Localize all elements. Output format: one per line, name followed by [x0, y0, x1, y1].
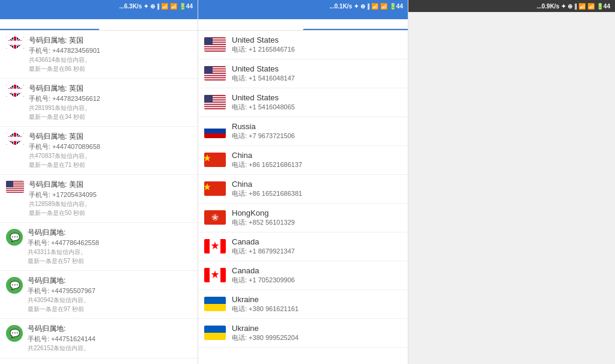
- phone-number: 电话: +1 5416048147: [232, 74, 402, 83]
- middle-phone-list: United States 电话: +1 2165846716 United S…: [198, 31, 408, 364]
- left-tabs: [0, 19, 198, 31]
- middle-list-item[interactable]: United States 电话: +1 5416048065: [198, 88, 408, 117]
- left-tab-1[interactable]: [0, 19, 99, 30]
- us-flag-icon: [204, 37, 226, 52]
- phone-country: United States: [232, 64, 402, 73]
- left-list-item[interactable]: 💬 号码归属地: 手机号: +44795507967 共430942条短信内容。…: [0, 271, 198, 319]
- phone-info: China 电话: +86 16521686137: [232, 151, 402, 169]
- svg-rect-18: [204, 37, 213, 45]
- hk-flag-icon: [204, 210, 226, 225]
- svg-rect-0: [6, 37, 24, 49]
- phone-number: 电话: +86 16521686137: [232, 160, 402, 169]
- left-item-phone: 手机号: +44751624144: [28, 335, 192, 344]
- left-item-info: 号码归属地: 手机号: +44795507967 共430942条短信内容。 最…: [28, 276, 192, 314]
- middle-tab-1[interactable]: [198, 19, 303, 30]
- middle-list-item[interactable]: China 电话: +86 16521686137: [198, 146, 408, 175]
- ca-flag-icon: [204, 239, 226, 253]
- uk-flag-icon: [6, 85, 24, 97]
- left-item-count: 共281991条短信内容。: [29, 104, 192, 112]
- left-list-item[interactable]: 号码归属地: 美国 手机号: +17205434095 共128589条短信内容…: [0, 175, 198, 223]
- middle-list-item[interactable]: HongKong 电话: +852 56101329: [198, 204, 408, 232]
- left-item-time: 最新一条是在57 秒前: [28, 257, 192, 265]
- left-item-count: 共430942条短信内容。: [28, 296, 192, 305]
- svg-rect-32: [204, 105, 226, 106]
- middle-list-item[interactable]: Canada 电话: +1 8679921347: [198, 232, 408, 261]
- left-item-phone: 手机号: +44795507967: [28, 287, 192, 296]
- us-flag-icon: [204, 66, 226, 80]
- phone-info: Canada 电话: +1 8679921347: [232, 237, 402, 256]
- left-item-info: 号码归属地: 手机号: +44751624144 共226152条短信内容。: [28, 324, 192, 353]
- left-item-title: 号码归属地:: [28, 324, 192, 334]
- left-tab-2[interactable]: [99, 19, 198, 30]
- middle-list-item[interactable]: Canada 电话: +1 7052309906: [198, 261, 408, 290]
- phone-number: 电话: +1 8679921347: [232, 247, 402, 256]
- us-flag-icon: [204, 95, 226, 109]
- right-panel: ...0.9K/s ✦ ⊕ ∥ 📶 📶 🔋44: [408, 0, 615, 364]
- phone-country: Ukraine: [232, 295, 402, 304]
- middle-panel: ...0.1K/s ✦ ⊕ ∥ 📶 📶 🔋44 United States 电话…: [198, 0, 408, 364]
- svg-rect-17: [204, 49, 226, 50]
- phone-info: United States 电话: +1 5416048065: [232, 93, 402, 112]
- left-status-info: ...6.3K/s ✦ ⊕ ∥ 📶 📶 🔋44: [119, 3, 193, 10]
- right-status-bar: ...0.9K/s ✦ ⊕ ∥ 📶 📶 🔋44: [408, 0, 615, 12]
- left-item-info: 号码归属地: 美国 手机号: +17205434095 共128589条短信内容…: [29, 180, 192, 217]
- svg-rect-23: [204, 74, 226, 75]
- phone-info: Ukraine 电话: +380 999525204: [232, 324, 402, 342]
- svg-rect-36: [204, 129, 226, 133]
- left-item-title: 号码归属地: 英国: [29, 35, 192, 46]
- svg-rect-10: [6, 181, 13, 187]
- left-item-title: 号码归属地: 英国: [29, 132, 192, 142]
- chat-icon: 💬: [6, 229, 23, 246]
- phone-number: 电话: +86 16521686381: [232, 189, 402, 198]
- uk-flag-icon: [6, 133, 24, 145]
- left-list-item[interactable]: 💬 号码归属地: 手机号: +447786462558 共43311条短信内容。…: [0, 223, 198, 271]
- svg-rect-1: [6, 85, 24, 97]
- left-list-item[interactable]: 号码归属地: 英国 手机号: +447823456612 共281991条短信内…: [0, 79, 198, 127]
- message-list: [408, 12, 615, 364]
- left-item-title: 号码归属地: 美国: [29, 180, 192, 190]
- svg-rect-2: [6, 133, 24, 145]
- phone-country: Canada: [232, 237, 402, 246]
- middle-tabs: [198, 19, 408, 31]
- svg-rect-31: [204, 103, 226, 104]
- svg-rect-25: [204, 78, 226, 79]
- middle-list-item[interactable]: United States 电话: +1 5416048147: [198, 59, 408, 88]
- phone-number: 电话: +1 7052309906: [232, 276, 402, 285]
- ca-flag-icon: [204, 268, 226, 282]
- phone-country: China: [232, 180, 402, 189]
- left-item-info: 号码归属地: 英国 手机号: +447823456901 共436614条短信内…: [29, 35, 192, 73]
- left-list-item[interactable]: 💬 号码归属地: 手机号: +44751624144 共226152条短信内容。: [0, 319, 198, 359]
- middle-status-info: ...0.1K/s ✦ ⊕ ∥ 📶 📶 🔋44: [329, 3, 403, 10]
- svg-rect-55: [204, 333, 226, 340]
- left-panel: ...6.3K/s ✦ ⊕ ∥ 📶 📶 🔋44 号码归属地: 英国 手机号: +…: [0, 0, 198, 364]
- uk-flag-icon: [6, 37, 24, 49]
- svg-rect-8: [6, 189, 24, 190]
- middle-tab-2[interactable]: [303, 19, 408, 30]
- left-app-title: [0, 12, 198, 19]
- left-list-item[interactable]: 号码归属地: 英国 手机号: +447823456901 共436614条短信内…: [0, 31, 198, 79]
- left-item-count: 共436614条短信内容。: [29, 56, 192, 64]
- middle-list-item[interactable]: China 电话: +86 16521686381: [198, 175, 408, 204]
- middle-list-item[interactable]: United States 电话: +1 2165846716: [198, 31, 408, 59]
- phone-country: Ukraine: [232, 324, 402, 333]
- left-item-info: 号码归属地: 英国 手机号: +447823456612 共281991条短信内…: [29, 83, 192, 121]
- phone-info: HongKong 电话: +852 56101329: [232, 208, 402, 227]
- phone-info: United States 电话: +1 2165846716: [232, 35, 402, 54]
- left-item-title: 号码归属地: 英国: [29, 83, 192, 94]
- svg-rect-45: [204, 239, 210, 253]
- svg-rect-24: [204, 76, 226, 77]
- left-item-time: 最新一条是在34 秒前: [29, 113, 192, 121]
- svg-rect-49: [204, 268, 210, 282]
- middle-list-item[interactable]: Ukraine 电话: +380 999525204: [198, 319, 408, 348]
- phone-info: Canada 电话: +1 7052309906: [232, 266, 402, 285]
- left-list-item[interactable]: 号码归属地: 英国 手机号: +447407089658 共470837条短信内…: [0, 127, 198, 175]
- svg-rect-9: [6, 191, 24, 192]
- middle-list-item[interactable]: Ukraine 电话: +380 961621161: [198, 290, 408, 319]
- ua-flag-icon: [204, 297, 226, 311]
- left-item-phone: 手机号: +447823456901: [29, 46, 192, 55]
- svg-rect-35: [204, 124, 226, 129]
- middle-list-item[interactable]: Russia 电话: +7 9673721506: [198, 117, 408, 146]
- phone-number: 电话: +852 56101329: [232, 218, 402, 227]
- left-item-title: 号码归属地:: [28, 276, 192, 286]
- phone-country: United States: [232, 93, 402, 102]
